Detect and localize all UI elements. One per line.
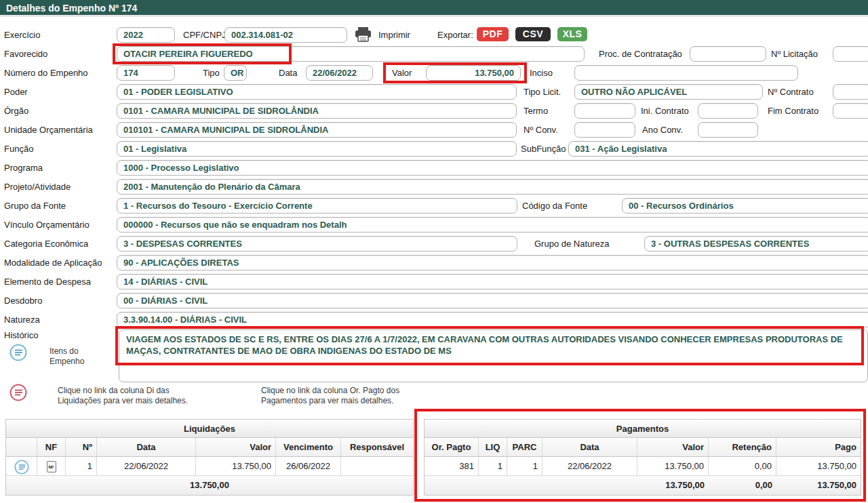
n-contrato-field [833,84,868,100]
tipo-licit-label: Tipo Licit. [524,87,561,97]
liq-row-valor: 13.750,00 [196,457,276,475]
itens-empenho-caption: Itens do Empenho [50,346,93,367]
page-header-bar: Detalhes do Empenho Nº 174 [0,0,868,17]
fim-contrato-field [833,103,868,119]
note-liquidacoes: Clique no link da coluna Di das Liquidaç… [58,386,197,406]
grupo-natureza-label: Grupo de Natureza [534,239,610,249]
grupo-fonte-label: Grupo da Fonte [4,201,66,211]
pag-row-valor: 13.750,00 [637,457,709,475]
liq-total-valor: 13.750,00 [6,476,413,495]
liq-row-detail-cell [6,457,37,475]
data-field: 22/06/2022 [306,65,373,81]
ini-contrato-label: Ini. Contrato [641,106,689,116]
numero-empenho-field: 174 [117,65,175,81]
elemento-despesa-label: Elemento de Despesa [4,277,91,287]
proc-contratacao-label: Proc. de Contratação [599,49,682,59]
liq-col-responsavel: Responsável [341,438,413,456]
itens-empenho-icon[interactable] [9,344,27,364]
n-contrato-label: Nº Contrato [768,87,814,97]
desdobro-field: 00 - DIÁRIAS - CIVIL [117,293,868,308]
details-hint-icon [9,384,27,404]
liquidacoes-footer-row: 13.750,00 [6,476,413,495]
pag-total-retencao: 0,00 [709,476,776,495]
n-licitacao-field [833,46,868,62]
export-pdf-button[interactable]: PDF [477,27,509,41]
pag-col-parc: PARC [507,438,542,456]
tipo-field: OR [224,65,247,81]
pag-col-pago: Pago [776,438,861,456]
valor-field: 13.750,00 [426,65,521,81]
nf-document-icon[interactable]: NF [47,461,56,472]
numero-empenho-label: Número do Empenho [4,68,88,78]
natureza-label: Natureza [4,315,40,325]
exportar-label: Exportar: [437,30,473,40]
liq-col-vencimento: Vencimento [276,438,341,456]
pag-total-spacer [425,476,637,495]
grupo-fonte-field: 1 - Recursos do Tesouro - Exercício Corr… [117,198,517,214]
note-pagamentos: Clique no link da coluna Or. Pagto dos P… [261,386,407,406]
unidade-orcamentaria-label: Unidade Orçamentária [4,125,93,135]
favorecido-field: OTACIR PEREIRA FIGUEREDO [117,46,585,62]
codigo-fonte-label: Código da Fonte [522,201,587,211]
liq-col-icon [6,438,37,456]
categoria-economica-label: Categoria Econômica [4,239,88,249]
valor-label: Valor [392,68,412,78]
vinculo-orcamentario-label: Vínculo Orçamentário [4,220,90,230]
tipo-label: Tipo [203,68,220,78]
printer-icon[interactable] [354,26,372,45]
poder-label: Poder [4,87,28,97]
pag-row-data: 22/06/2022 [542,457,637,475]
pag-total-pago: 13.750,00 [776,476,861,495]
pag-row-liq: 1 [479,457,507,475]
cpf-cnpj-label: CPF/CNPJ [183,30,226,40]
programa-field: 1000 - Processo Legislativo [117,160,868,176]
exercicio-field: 2022 [117,27,175,43]
programa-label: Programa [4,163,43,173]
inciso-field [574,65,798,81]
pag-col-data: Data [542,438,637,456]
pag-col-retencao: Retenção [709,438,776,456]
liquidacoes-table: Liquidações NF Nº Data Valor Vencimento … [5,419,414,496]
liq-row-responsavel [341,457,413,475]
liq-row-data: 22/06/2022 [97,457,196,475]
liq-col-valor: Valor [196,438,276,456]
funcao-label: Função [4,144,33,154]
liq-row-numero: 1 [66,457,97,475]
data-label: Data [279,68,297,78]
ano-conv-field [698,122,758,138]
termo-field [574,103,635,119]
pag-row-or-pagto-link[interactable]: 381 [425,457,479,475]
imprimir-button[interactable]: Imprimir [378,30,410,40]
desdobro-label: Desdobro [4,296,42,306]
proc-contratacao-field [690,46,766,62]
historico-field: VIAGEM AOS ESTADOS DE SC E RS, ENTRE OS … [119,329,868,382]
export-xls-button[interactable]: XLS [557,27,587,41]
codigo-fonte-field: 00 - Recursos Ordinários [622,198,868,214]
liq-row-vencimento: 26/06/2022 [276,457,341,475]
historico-label: Histórico [4,330,39,340]
subfuncao-label: SubFunção [521,144,566,154]
pagamentos-table: Pagamentos Or. Pagto LIQ PARC Data Valor… [424,419,861,496]
natureza-field: 3.3.90.14.00 - DIÁRIAS - CIVIL [117,312,868,327]
orgao-label: Órgão [4,106,28,116]
pag-row-retencao: 0,00 [709,457,776,475]
cpf-cnpj-field: 002.314.081-02 [224,27,347,43]
n-conv-field [574,122,635,138]
liq-col-numero: Nº [66,438,97,456]
pagamentos-footer-row: 13.750,00 0,00 13.750,00 [425,476,861,495]
projeto-atividade-label: Projeto/Atividade [4,182,71,192]
elemento-despesa-field: 14 - DIÁRIAS - CIVIL [117,274,868,289]
ano-conv-label: Ano Conv. [642,125,683,135]
liquidacao-row: NF 1 22/06/2022 13.750,00 26/06/2022 [6,457,413,476]
pag-row-parc: 1 [507,457,542,475]
subfuncao-field: 031 - Ação Legislativa [568,141,868,157]
pag-col-valor: Valor [637,438,709,456]
page-title: Detalhes do Empenho Nº 174 [0,0,868,17]
export-csv-button[interactable]: CSV [515,27,551,41]
liquidacao-detail-icon[interactable] [14,460,29,475]
termo-label: Termo [524,106,548,116]
fim-contrato-label: Fim Contrato [768,106,818,116]
pag-total-valor: 13.750,00 [637,476,709,495]
pagamento-row: 381 1 1 22/06/2022 13.750,00 0,00 13.750… [425,457,861,476]
pag-col-liq: LIQ [479,438,507,456]
